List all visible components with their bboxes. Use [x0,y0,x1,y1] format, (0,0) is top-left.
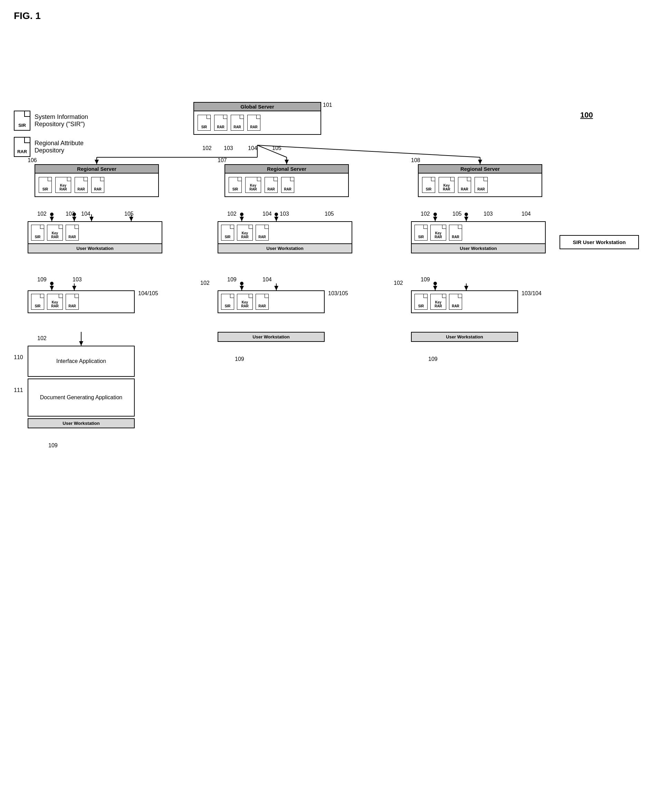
center-regional-inner: SIR KeyRAR RAR RAR [225,174,348,196]
svg-marker-36 [433,217,437,221]
right-bottom-nested-inner: SIR KeyRAR RAR [412,291,518,313]
global-rar1-doc: RAR [214,115,227,131]
global-ref-105: 105 [272,145,282,151]
rr-rar1: RAR [458,177,471,193]
svg-marker-33 [274,286,279,290]
lbn-ref-102: 102 [37,335,47,342]
rar-legend-icon: RAR [14,137,30,157]
left-bottom-ws: User Workstation [27,418,135,428]
svg-point-46 [275,212,278,216]
rar-legend-text: Regional Attribute Depository [35,140,104,154]
sir-icon-label: SIR [15,123,30,128]
global-server-ref: 101 [323,102,332,108]
right-regional-inner: SIR KeyRAR RAR RAR [419,174,542,196]
right-bottom-nested: SIR KeyRAR RAR [411,290,518,313]
docgen-app-label: Document Generating Application [40,394,122,401]
svg-point-47 [434,212,437,216]
center-top-nested: SIR KeyRAR RAR User Workstation [218,221,352,253]
bottom-left-ws-ref: 109 [48,443,58,449]
rtn-ref-109: 109 [421,276,430,283]
lr-ref-102: 102 [37,211,47,217]
rbn-ref-102: 102 [394,280,403,286]
lr-sir: SIR [39,177,52,193]
svg-point-43 [50,212,53,216]
svg-line-7 [257,145,480,157]
svg-marker-19 [50,286,54,290]
center-bottom-nested: SIR KeyRAR RAR [218,290,325,313]
left-regional-server: Regional Server SIR KeyRAR RAR RAR [35,164,159,197]
lr-rar1: RAR [75,177,88,193]
sir-ws-label: SIR User Workstation [564,239,635,245]
rbn-keyrar: KeyRAR [430,294,446,310]
svg-marker-17 [129,217,133,221]
ctn-sir: SIR [221,225,234,241]
center-top-ws: User Workstation [218,243,352,253]
global-ref-104: 104 [248,145,257,151]
right-regional-ref: 108 [411,157,420,163]
lr-ref-103: 103 [65,211,75,217]
global-server-header: Global Server [194,103,321,111]
lbn-rar: RAR [65,294,79,310]
svg-point-49 [50,282,53,285]
legend-item-rar: RAR Regional Attribute Depository [14,137,104,157]
rtn-rar: RAR [449,225,462,241]
svg-marker-13 [72,217,76,221]
lbn-sir: SIR [31,294,44,310]
lbn-keyrar: KeyRAR [47,294,63,310]
rr-ref-105: 105 [452,211,462,217]
cr-keyrar: KeyRAR [245,177,261,193]
svg-marker-9 [478,160,482,164]
lr-ref-104: 104 [81,211,90,217]
cr-ref-105: 105 [325,211,334,217]
lr-keyrar: KeyRAR [55,177,71,193]
svg-marker-23 [79,341,83,346]
right-top-ws: User Workstation [412,243,545,253]
docgen-ref-111: 111 [14,387,23,393]
svg-marker-11 [50,217,54,221]
rr-ref-104: 104 [522,211,531,217]
rr-sir: SIR [422,177,435,193]
svg-point-50 [240,282,244,285]
cr-ref-102: 102 [227,211,237,217]
center-top-nested-inner: SIR KeyRAR RAR [218,222,352,243]
cbn-keyrar: KeyRAR [237,294,253,310]
center-bottom-nested-inner: SIR KeyRAR RAR [218,291,324,313]
svg-marker-38 [464,217,468,221]
svg-marker-40 [433,286,437,290]
ltn-ref-109: 109 [37,276,47,283]
rtn-keyrar: KeyRAR [430,225,446,241]
cr-rar2: RAR [281,177,294,193]
svg-marker-15 [90,217,94,221]
global-server-inner: SIR RAR RAR RAR [194,111,321,134]
svg-point-51 [434,282,437,285]
right-top-nested: SIR KeyRAR RAR User Workstation [411,221,546,253]
center-bottom-ws: User Workstation [218,332,325,342]
svg-marker-29 [274,217,279,221]
cbn-sir: SIR [221,294,234,310]
global-ref-102: 102 [202,145,212,151]
ctn-ref-109: 109 [227,276,237,283]
global-server-box: Global Server SIR RAR RAR RAR [193,102,321,135]
lr-ref-105: 105 [124,211,134,217]
right-regional-server: Regional Server SIR KeyRAR RAR RAR [418,164,542,197]
rr-ref-102: 102 [421,211,430,217]
left-top-ws: User Workstation [28,243,161,253]
svg-marker-21 [72,286,76,290]
ltn-ref-103: 103 [73,276,82,283]
rbn-sir: SIR [414,294,428,310]
ltn-sir: SIR [31,225,44,241]
sir-legend-icon: SIR [14,111,30,131]
left-top-nested-inner: SIR KeyRAR RAR [28,222,161,243]
center-regional-header: Regional Server [225,165,348,174]
lbn-ref-104-105: 104/105 [138,290,158,297]
rbn-ref-103-104: 103/104 [522,290,542,297]
right-bottom-ws: User Workstation [411,332,518,342]
svg-point-48 [464,212,468,216]
center-regional-server: Regional Server SIR KeyRAR RAR RAR [224,164,349,197]
ctn-rar: RAR [256,225,269,241]
right-top-nested-inner: SIR KeyRAR RAR [412,222,545,243]
interface-ref-110: 110 [14,354,23,360]
cbn-ref-102: 102 [200,280,210,286]
cbn-rar: RAR [256,294,269,310]
rr-keyrar: KeyRAR [438,177,455,193]
